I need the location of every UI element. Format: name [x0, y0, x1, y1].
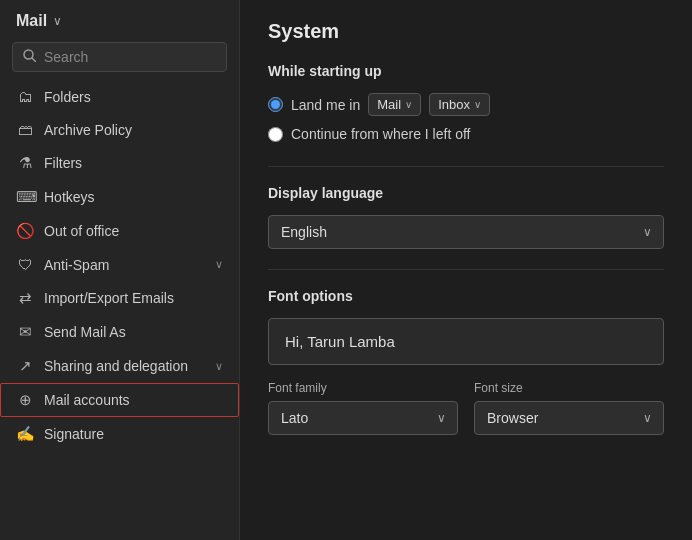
font-preview: Hi, Tarun Lamba: [268, 318, 664, 365]
sidebar-item-label-out-of-office: Out of office: [44, 223, 223, 239]
sidebar-item-label-sharing-delegation: Sharing and delegation: [44, 358, 205, 374]
sidebar-item-chevron-anti-spam: ∨: [215, 258, 223, 271]
display-language-wrapper: English French German Spanish: [268, 215, 664, 249]
folder-dropdown[interactable]: Inbox ∨: [429, 93, 490, 116]
font-size-group: Font size Browser Small Medium Large: [474, 381, 664, 435]
search-icon: [23, 49, 36, 65]
sidebar-item-hotkeys[interactable]: ⌨Hotkeys: [0, 180, 239, 214]
sidebar-item-signature[interactable]: ✍Signature: [0, 417, 239, 451]
sidebar-header[interactable]: Mail ∨: [0, 0, 239, 38]
sidebar-item-out-of-office[interactable]: 🚫Out of office: [0, 214, 239, 248]
font-family-group: Font family Lato Arial Times New Roman G…: [268, 381, 458, 435]
startup-radio-group: Land me in Mail ∨ Inbox ∨ Continue from …: [268, 93, 664, 142]
sidebar: Mail ∨ 🗂Folders🗃Archive Policy⚗Filters⌨H…: [0, 0, 240, 540]
sidebar-item-label-signature: Signature: [44, 426, 223, 442]
svg-line-1: [32, 58, 36, 62]
hotkeys-icon: ⌨: [16, 188, 34, 206]
sharing-icon: ↗: [16, 357, 34, 375]
display-language-select[interactable]: English French German Spanish: [268, 215, 664, 249]
mail-accounts-icon: ⊕: [16, 391, 34, 409]
divider-2: [268, 269, 664, 270]
font-size-wrapper: Browser Small Medium Large: [474, 401, 664, 435]
continue-from-label: Continue from where I left off: [291, 126, 471, 142]
sidebar-item-anti-spam[interactable]: 🛡Anti-Spam∨: [0, 248, 239, 281]
land-me-in-radio[interactable]: [268, 97, 283, 112]
sidebar-item-label-archive-policy: Archive Policy: [44, 122, 223, 138]
sidebar-item-folders[interactable]: 🗂Folders: [0, 80, 239, 113]
sidebar-item-sharing-delegation[interactable]: ↗Sharing and delegation∨: [0, 349, 239, 383]
mail-account-chevron-icon: ∨: [405, 99, 412, 110]
page-title: System: [268, 20, 664, 43]
sidebar-chevron-icon: ∨: [53, 14, 62, 28]
main-content: System While starting up Land me in Mail…: [240, 0, 692, 540]
folder-icon: 🗂: [16, 88, 34, 105]
import-export-icon: ⇄: [16, 289, 34, 307]
sidebar-item-mail-accounts[interactable]: ⊕Mail accounts: [0, 383, 239, 417]
sidebar-item-label-mail-accounts: Mail accounts: [44, 392, 223, 408]
out-of-office-icon: 🚫: [16, 222, 34, 240]
sidebar-item-label-folders: Folders: [44, 89, 223, 105]
display-language-section: Display language English French German S…: [268, 185, 664, 249]
search-input[interactable]: [44, 49, 216, 65]
archive-icon: 🗃: [16, 121, 34, 138]
continue-from-row: Continue from where I left off: [268, 126, 664, 142]
send-mail-icon: ✉: [16, 323, 34, 341]
sidebar-item-import-export[interactable]: ⇄Import/Export Emails: [0, 281, 239, 315]
sidebar-item-label-filters: Filters: [44, 155, 223, 171]
sidebar-title: Mail: [16, 12, 47, 30]
sidebar-item-archive-policy[interactable]: 🗃Archive Policy: [0, 113, 239, 146]
font-options-section: Font options Hi, Tarun Lamba Font family…: [268, 288, 664, 435]
font-family-select[interactable]: Lato Arial Times New Roman Georgia: [268, 401, 458, 435]
sidebar-item-label-hotkeys: Hotkeys: [44, 189, 223, 205]
sidebar-item-label-import-export: Import/Export Emails: [44, 290, 223, 306]
divider-1: [268, 166, 664, 167]
while-starting-up-section: While starting up Land me in Mail ∨ Inbo…: [268, 63, 664, 142]
mail-account-dropdown[interactable]: Mail ∨: [368, 93, 421, 116]
folder-chevron-icon: ∨: [474, 99, 481, 110]
while-starting-up-title: While starting up: [268, 63, 664, 79]
sidebar-item-chevron-sharing-delegation: ∨: [215, 360, 223, 373]
sidebar-item-filters[interactable]: ⚗Filters: [0, 146, 239, 180]
font-family-wrapper: Lato Arial Times New Roman Georgia: [268, 401, 458, 435]
sidebar-item-label-send-mail-as: Send Mail As: [44, 324, 223, 340]
font-options-row: Font family Lato Arial Times New Roman G…: [268, 381, 664, 435]
continue-from-radio[interactable]: [268, 127, 283, 142]
land-me-in-row: Land me in Mail ∨ Inbox ∨: [268, 93, 664, 116]
font-size-label: Font size: [474, 381, 664, 395]
nav-list: 🗂Folders🗃Archive Policy⚗Filters⌨Hotkeys🚫…: [0, 80, 239, 540]
search-box[interactable]: [12, 42, 227, 72]
display-language-title: Display language: [268, 185, 664, 201]
land-me-in-label: Land me in: [291, 97, 360, 113]
sidebar-item-send-mail-as[interactable]: ✉Send Mail As: [0, 315, 239, 349]
font-family-label: Font family: [268, 381, 458, 395]
font-size-select[interactable]: Browser Small Medium Large: [474, 401, 664, 435]
signature-icon: ✍: [16, 425, 34, 443]
font-options-title: Font options: [268, 288, 664, 304]
filter-icon: ⚗: [16, 154, 34, 172]
mail-account-value: Mail: [377, 97, 401, 112]
folder-value: Inbox: [438, 97, 470, 112]
sidebar-item-label-anti-spam: Anti-Spam: [44, 257, 205, 273]
anti-spam-icon: 🛡: [16, 256, 34, 273]
